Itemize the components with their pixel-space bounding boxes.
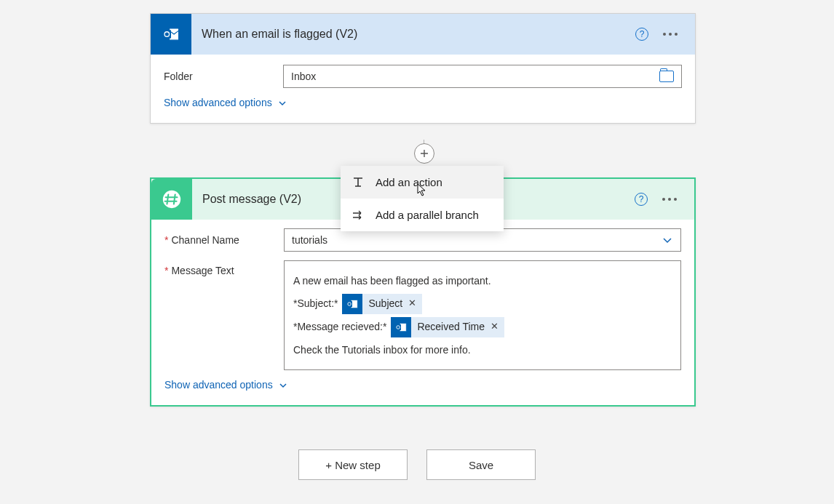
add-parallel-branch-menu-item[interactable]: Add a parallel branch — [341, 199, 504, 231]
token-received-time[interactable]: Received Time ✕ — [391, 317, 504, 337]
add-action-icon — [351, 176, 365, 189]
folder-input[interactable]: Inbox — [283, 65, 682, 88]
button-label: Save — [469, 459, 493, 471]
slack-hash-icon — [151, 179, 192, 220]
message-line: Check the Tutorials inbox for more info. — [293, 340, 471, 360]
menu-item-label: Add an action — [376, 176, 442, 188]
trigger-card: When an email is flagged (V2) ? Folder I… — [150, 13, 696, 124]
svg-rect-8 — [396, 324, 402, 330]
message-line: A new email has been flagged as importan… — [293, 271, 491, 291]
svg-point-3 — [163, 191, 180, 208]
message-text-input[interactable]: A new email has been flagged as importan… — [284, 260, 681, 370]
svg-rect-1 — [163, 30, 171, 38]
advanced-label: Show advanced options — [164, 97, 272, 108]
more-menu-icon[interactable] — [663, 33, 678, 36]
menu-item-label: Add a parallel branch — [376, 209, 479, 221]
show-advanced-options-link[interactable]: Show advanced options — [164, 97, 682, 108]
remove-token-icon[interactable]: ✕ — [408, 295, 416, 313]
button-label: + New step — [325, 459, 380, 471]
remove-token-icon[interactable]: ✕ — [491, 318, 499, 336]
channel-value: tutorials — [292, 234, 327, 246]
more-menu-icon[interactable] — [662, 198, 677, 201]
folder-value: Inbox — [291, 71, 316, 82]
channel-select[interactable]: tutorials — [284, 228, 681, 252]
outlook-token-icon — [391, 317, 411, 337]
message-text-label: *Message Text — [164, 260, 284, 276]
new-step-button[interactable]: + New step — [298, 449, 408, 480]
svg-rect-5 — [347, 301, 353, 307]
help-icon[interactable]: ? — [635, 28, 648, 41]
chevron-down-icon — [662, 234, 673, 246]
save-button[interactable]: Save — [426, 449, 536, 480]
folder-label: Folder — [164, 71, 283, 82]
outlook-icon — [151, 14, 191, 55]
outlook-token-icon — [342, 294, 362, 314]
help-icon[interactable]: ? — [635, 193, 648, 206]
message-subject-prefix: *Subject:* — [293, 294, 338, 313]
add-step-button[interactable] — [414, 143, 434, 164]
trigger-title: When an email is flagged (V2) — [202, 28, 635, 41]
chevron-down-icon — [278, 98, 287, 107]
channel-name-label: *Channel Name — [164, 234, 284, 246]
chevron-down-icon — [279, 380, 287, 389]
trigger-header[interactable]: When an email is flagged (V2) ? — [151, 14, 695, 55]
parallel-branch-icon — [351, 209, 365, 222]
token-label: Subject — [368, 294, 402, 313]
message-received-prefix: *Message recieved:* — [293, 317, 386, 337]
mouse-cursor — [416, 183, 428, 199]
token-label: Received Time — [417, 317, 485, 337]
folder-picker-icon[interactable] — [659, 71, 674, 82]
bottom-toolbar: + New step Save — [0, 449, 834, 480]
show-advanced-options-link[interactable]: Show advanced options — [164, 379, 681, 391]
token-subject[interactable]: Subject ✕ — [342, 294, 422, 314]
advanced-label: Show advanced options — [164, 379, 273, 391]
